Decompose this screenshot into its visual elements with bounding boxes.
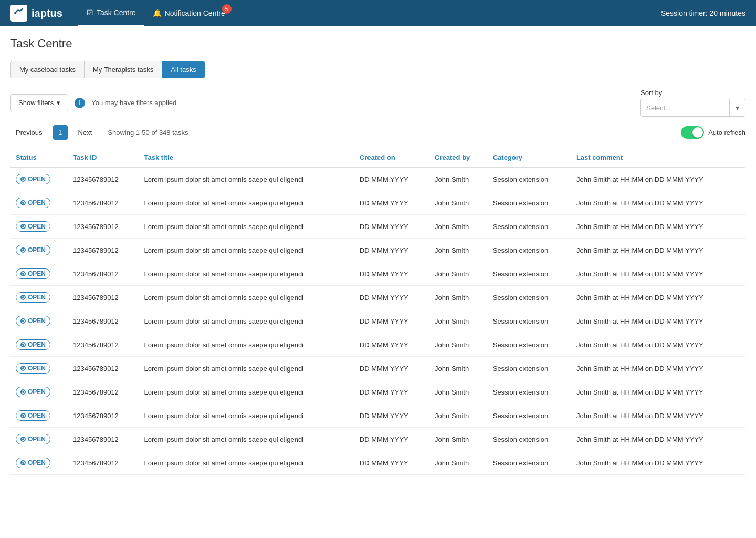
cell-task-title: Lorem ipsum dolor sit amet omnis saepe q… <box>139 404 354 428</box>
col-created-by[interactable]: Created by <box>429 148 488 167</box>
cell-last-comment: John Smith at HH:MM on DD MMM YYYY <box>571 357 746 380</box>
cell-task-title: Lorem ipsum dolor sit amet omnis saepe q… <box>139 215 354 239</box>
cell-last-comment: John Smith at HH:MM on DD MMM YYYY <box>571 286 746 309</box>
cell-created-on: DD MMM YYYY <box>354 357 429 380</box>
cell-category: Session extension <box>488 262 571 286</box>
auto-refresh-toggle[interactable] <box>681 126 704 139</box>
cell-task-id: 123456789012 <box>68 262 139 286</box>
table-row[interactable]: OPEN123456789012Lorem ipsum dolor sit am… <box>10 404 746 428</box>
sort-select[interactable]: Select... <box>641 101 729 115</box>
cell-created-on: DD MMM YYYY <box>354 286 429 309</box>
tab-my-caseload[interactable]: My caseload tasks <box>11 61 85 78</box>
cell-created-by: John Smith <box>429 451 488 475</box>
table-row[interactable]: OPEN123456789012Lorem ipsum dolor sit am… <box>10 380 746 404</box>
table-row[interactable]: OPEN123456789012Lorem ipsum dolor sit am… <box>10 428 746 451</box>
sort-dropdown-arrow: ▾ <box>729 99 745 116</box>
cell-status: OPEN <box>10 239 68 262</box>
showing-text: Showing 1-50 of 348 tasks <box>108 129 188 137</box>
cell-task-id: 123456789012 <box>68 191 139 215</box>
cell-status: OPEN <box>10 451 68 475</box>
show-filters-button[interactable]: Show filters ▾ <box>10 94 68 111</box>
cell-task-id: 123456789012 <box>68 404 139 428</box>
cell-status: OPEN <box>10 286 68 309</box>
col-last-comment[interactable]: Last comment <box>571 148 746 167</box>
cell-status: OPEN <box>10 215 68 239</box>
status-dot-icon <box>20 247 26 253</box>
table-row[interactable]: OPEN123456789012Lorem ipsum dolor sit am… <box>10 191 746 215</box>
cell-created-on: DD MMM YYYY <box>354 191 429 215</box>
cell-task-title: Lorem ipsum dolor sit amet omnis saepe q… <box>139 309 354 333</box>
table-row[interactable]: OPEN123456789012Lorem ipsum dolor sit am… <box>10 309 746 333</box>
status-badge: OPEN <box>16 363 50 374</box>
tab-group: My caseload tasks My Therapists tasks Al… <box>10 61 205 78</box>
cell-task-title: Lorem ipsum dolor sit amet omnis saepe q… <box>139 239 354 262</box>
col-task-id[interactable]: Task ID <box>68 148 139 167</box>
prev-button[interactable]: Previous <box>10 127 48 139</box>
nav-task-centre[interactable]: ☑ Task Centre <box>78 0 144 26</box>
col-task-title[interactable]: Task title <box>139 148 354 167</box>
cell-created-on: DD MMM YYYY <box>354 451 429 475</box>
cell-created-by: John Smith <box>429 309 488 333</box>
current-page-number[interactable]: 1 <box>53 125 68 140</box>
table-body: OPEN123456789012Lorem ipsum dolor sit am… <box>10 167 746 475</box>
col-status[interactable]: Status <box>10 148 68 167</box>
cell-task-title: Lorem ipsum dolor sit amet omnis saepe q… <box>139 262 354 286</box>
info-icon: i <box>75 98 85 108</box>
cell-task-id: 123456789012 <box>68 167 139 191</box>
table-row[interactable]: OPEN123456789012Lorem ipsum dolor sit am… <box>10 215 746 239</box>
cell-task-title: Lorem ipsum dolor sit amet omnis saepe q… <box>139 167 354 191</box>
status-badge: OPEN <box>16 339 50 350</box>
status-badge: OPEN <box>16 245 50 255</box>
cell-task-id: 123456789012 <box>68 451 139 475</box>
nav-notification-centre[interactable]: 🔔 Notification Centre 5 <box>144 0 234 26</box>
table-row[interactable]: OPEN123456789012Lorem ipsum dolor sit am… <box>10 262 746 286</box>
cell-created-on: DD MMM YYYY <box>354 309 429 333</box>
bell-icon: 🔔 <box>153 9 162 17</box>
cell-created-by: John Smith <box>429 286 488 309</box>
page-title: Task Centre <box>10 37 746 50</box>
cell-task-id: 123456789012 <box>68 357 139 380</box>
table-row[interactable]: OPEN123456789012Lorem ipsum dolor sit am… <box>10 286 746 309</box>
cell-task-id: 123456789012 <box>68 380 139 404</box>
col-created-on[interactable]: Created on <box>354 148 429 167</box>
table-row[interactable]: OPEN123456789012Lorem ipsum dolor sit am… <box>10 357 746 380</box>
cell-last-comment: John Smith at HH:MM on DD MMM YYYY <box>571 404 746 428</box>
next-button[interactable]: Next <box>73 127 98 139</box>
tab-all-tasks[interactable]: All tasks <box>162 61 204 78</box>
cell-last-comment: John Smith at HH:MM on DD MMM YYYY <box>571 451 746 475</box>
status-badge: OPEN <box>16 198 50 208</box>
cell-task-title: Lorem ipsum dolor sit amet omnis saepe q… <box>139 380 354 404</box>
status-dot-icon <box>20 460 26 465</box>
col-category[interactable]: Category <box>488 148 571 167</box>
sort-select-wrapper: Select... ▾ <box>640 99 746 117</box>
cell-task-id: 123456789012 <box>68 239 139 262</box>
show-filters-label: Show filters <box>18 99 54 107</box>
cell-created-on: DD MMM YYYY <box>354 428 429 451</box>
status-dot-icon <box>20 295 26 300</box>
cell-category: Session extension <box>488 239 571 262</box>
status-dot-icon <box>20 224 26 229</box>
table-row[interactable]: OPEN123456789012Lorem ipsum dolor sit am… <box>10 167 746 191</box>
cell-status: OPEN <box>10 357 68 380</box>
cell-task-id: 123456789012 <box>68 286 139 309</box>
table-row[interactable]: OPEN123456789012Lorem ipsum dolor sit am… <box>10 451 746 475</box>
cell-last-comment: John Smith at HH:MM on DD MMM YYYY <box>571 215 746 239</box>
cell-created-by: John Smith <box>429 191 488 215</box>
cell-created-on: DD MMM YYYY <box>354 404 429 428</box>
cell-created-by: John Smith <box>429 428 488 451</box>
filter-bar: Show filters ▾ i You may have filters ap… <box>10 89 746 117</box>
tab-my-therapists[interactable]: My Therapists tasks <box>85 61 162 78</box>
cell-task-title: Lorem ipsum dolor sit amet omnis saepe q… <box>139 428 354 451</box>
cell-created-by: John Smith <box>429 215 488 239</box>
cell-task-title: Lorem ipsum dolor sit amet omnis saepe q… <box>139 191 354 215</box>
cell-task-title: Lorem ipsum dolor sit amet omnis saepe q… <box>139 357 354 380</box>
main-content: Task Centre My caseload tasks My Therapi… <box>0 26 756 485</box>
cell-category: Session extension <box>488 215 571 239</box>
cell-created-on: DD MMM YYYY <box>354 380 429 404</box>
table-row[interactable]: OPEN123456789012Lorem ipsum dolor sit am… <box>10 333 746 357</box>
logo[interactable]: iaptus <box>10 5 62 22</box>
status-dot-icon <box>20 342 26 347</box>
svg-point-0 <box>14 12 16 14</box>
table-row[interactable]: OPEN123456789012Lorem ipsum dolor sit am… <box>10 239 746 262</box>
cell-status: OPEN <box>10 380 68 404</box>
